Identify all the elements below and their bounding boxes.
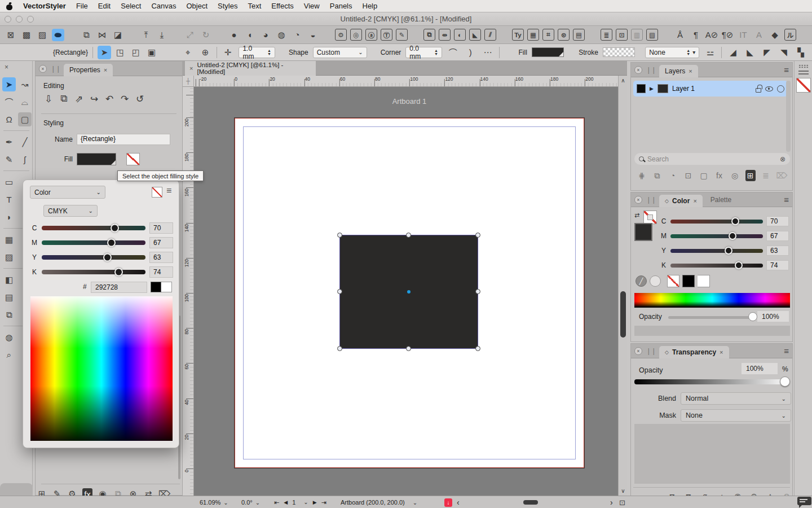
- toolbar-typography-icon[interactable]: Ty: [512, 29, 524, 41]
- k-value-input[interactable]: 74: [766, 260, 789, 270]
- layer-color-swatch[interactable]: [637, 84, 646, 93]
- collapse-icon[interactable]: ◇: [665, 198, 669, 204]
- panel-grip-icon[interactable]: ❘❘: [646, 347, 656, 355]
- transform-marquee-tool[interactable]: ▢: [18, 112, 32, 126]
- black-swatch[interactable]: [151, 282, 161, 292]
- magnet-tool[interactable]: Ω: [2, 112, 16, 126]
- artboard-title[interactable]: Artboard 1: [370, 97, 449, 106]
- copy-settings-icon[interactable]: ⧉: [59, 93, 69, 104]
- y-value-input[interactable]: 63: [766, 246, 789, 256]
- canvas[interactable]: Artboard 1: [194, 87, 618, 496]
- ruler-origin-corner[interactable]: ┼: [183, 76, 194, 87]
- more-options-icon[interactable]: ⋯: [482, 46, 495, 59]
- open-external-icon[interactable]: ⇗: [74, 93, 84, 104]
- fill-swatch[interactable]: [532, 47, 564, 57]
- layers-scrollbar[interactable]: [786, 81, 791, 152]
- artboard-dropdown[interactable]: Artboard (200.0, 200.0)⌄: [341, 496, 417, 508]
- app-menu[interactable]: VectorStyler: [23, 2, 66, 10]
- tab-close-icon[interactable]: ×: [689, 68, 692, 75]
- c-slider-knob[interactable]: [111, 224, 119, 233]
- layer-target-circle[interactable]: [777, 85, 784, 93]
- corner-stepper[interactable]: ▲▼: [434, 49, 438, 56]
- line-tool[interactable]: ╱: [18, 135, 32, 149]
- rectangle-tool[interactable]: ▭: [2, 175, 16, 189]
- vertical-scroll-thumb[interactable]: [620, 291, 626, 338]
- align-text-icon[interactable]: ▚: [794, 46, 807, 59]
- zoom-tool[interactable]: ⌕: [2, 348, 16, 362]
- clear-search-icon[interactable]: ⊗: [780, 155, 785, 163]
- align-center-icon[interactable]: ◣: [743, 46, 757, 59]
- align-top-icon[interactable]: ◥: [777, 46, 791, 59]
- last-page-icon[interactable]: ⇥: [321, 499, 326, 506]
- c-slider-knob[interactable]: [731, 217, 739, 225]
- corner-input[interactable]: 0.0 mm▲▼: [405, 47, 442, 58]
- corner-round-icon[interactable]: ⌒: [447, 46, 460, 59]
- handle-bottom-left[interactable]: [337, 346, 342, 351]
- layer-row[interactable]: ▶ Layer 1: [633, 81, 788, 97]
- toolbar-color-proof-icon[interactable]: ◣: [469, 29, 481, 41]
- tab-close-icon[interactable]: ×: [104, 67, 107, 73]
- toolbar-ruby-text-icon[interactable]: ル: [784, 29, 796, 41]
- handle-top-left[interactable]: [337, 233, 342, 238]
- panel-close-icon[interactable]: ×: [634, 196, 642, 204]
- handle-bottom-center[interactable]: [406, 346, 411, 351]
- black-swatch[interactable]: [682, 275, 695, 287]
- pivot-icon[interactable]: ⊕: [199, 46, 212, 59]
- m-value-input[interactable]: 67: [149, 237, 173, 248]
- scroll-up-icon[interactable]: ∧: [619, 77, 628, 84]
- download-badge[interactable]: ↓: [444, 496, 452, 508]
- eyedropper-icon[interactable]: ╱: [636, 275, 647, 287]
- handle-top-center[interactable]: [406, 233, 411, 238]
- toolbar-annotation-edit-icon[interactable]: ✎: [396, 29, 408, 41]
- visibility-eye-icon[interactable]: [765, 86, 773, 91]
- menu-panels[interactable]: Panels: [330, 2, 352, 10]
- new-layer-icon[interactable]: ⊞: [745, 170, 756, 181]
- layer-frame-icon[interactable]: ▢: [699, 170, 709, 181]
- toolbar-image-frame-icon[interactable]: ▤: [573, 29, 585, 41]
- toolbar-align-stack-bottom-icon[interactable]: ⤓: [156, 29, 168, 41]
- object-center-point[interactable]: [407, 290, 411, 294]
- k-slider-knob[interactable]: [114, 268, 123, 277]
- opacity-input[interactable]: 100%: [742, 363, 778, 374]
- selected-rectangle-object[interactable]: [340, 235, 478, 348]
- layer-snapshot-icon[interactable]: ◎: [730, 170, 740, 181]
- stroke-width-input[interactable]: 1.0 mm▲▼: [239, 47, 275, 58]
- blob-tool[interactable]: ◗: [2, 210, 16, 224]
- share-icon[interactable]: ↪: [89, 93, 99, 104]
- prev-page-icon[interactable]: ◀: [284, 500, 288, 505]
- gradient-tool[interactable]: ◧: [2, 273, 16, 287]
- select-cursor-icon[interactable]: ➤: [98, 46, 111, 59]
- handle-middle-right[interactable]: [475, 289, 480, 294]
- hex-input[interactable]: 292728: [91, 282, 147, 293]
- k-slider-knob[interactable]: [735, 261, 743, 269]
- select-artboard-icon[interactable]: ▣: [145, 46, 158, 59]
- y-slider-knob[interactable]: [103, 253, 112, 262]
- layer-options-icon[interactable]: ⋕: [637, 170, 647, 181]
- toolbar-style-preview-icon[interactable]: ◎: [350, 29, 362, 41]
- handle-bottom-right[interactable]: [475, 346, 480, 351]
- tab-close-icon[interactable]: ×: [720, 349, 723, 356]
- curve-edit-tool[interactable]: ⌓: [18, 95, 32, 109]
- menu-effects[interactable]: Effects: [271, 2, 294, 10]
- no-color-palette-swatch[interactable]: [796, 78, 811, 93]
- scroll-right-icon[interactable]: ›: [610, 496, 613, 508]
- rotation-dropdown[interactable]: 0.0°⌄: [241, 496, 260, 508]
- no-color-swatch[interactable]: [667, 275, 679, 287]
- layer-name[interactable]: Layer 1: [672, 85, 752, 93]
- chat-bubble-icon[interactable]: [797, 497, 811, 505]
- import-document-icon[interactable]: ⇩: [43, 93, 54, 104]
- apple-icon[interactable]: [6, 2, 13, 10]
- collapse-icon[interactable]: ◇: [665, 349, 669, 355]
- fill-color-swatch[interactable]: [634, 223, 652, 241]
- toolbar-pattern-fill-icon[interactable]: ▩: [20, 29, 33, 41]
- handle-middle-left[interactable]: [337, 289, 342, 294]
- m-slider-knob[interactable]: [107, 239, 116, 247]
- close-tools-icon[interactable]: ×: [5, 63, 8, 71]
- white-swatch[interactable]: [161, 282, 172, 292]
- node-tool[interactable]: ↝: [18, 77, 32, 91]
- toolbar-symbols-icon[interactable]: ⊛: [558, 29, 570, 41]
- tab-transparency[interactable]: ◇Transparency×: [659, 346, 729, 358]
- toolbar-shape-subtract-icon[interactable]: ◖: [244, 29, 256, 41]
- select-lasso-icon[interactable]: ◰: [129, 46, 143, 59]
- toolbar-duplicate-object-icon[interactable]: ⧉: [423, 29, 435, 41]
